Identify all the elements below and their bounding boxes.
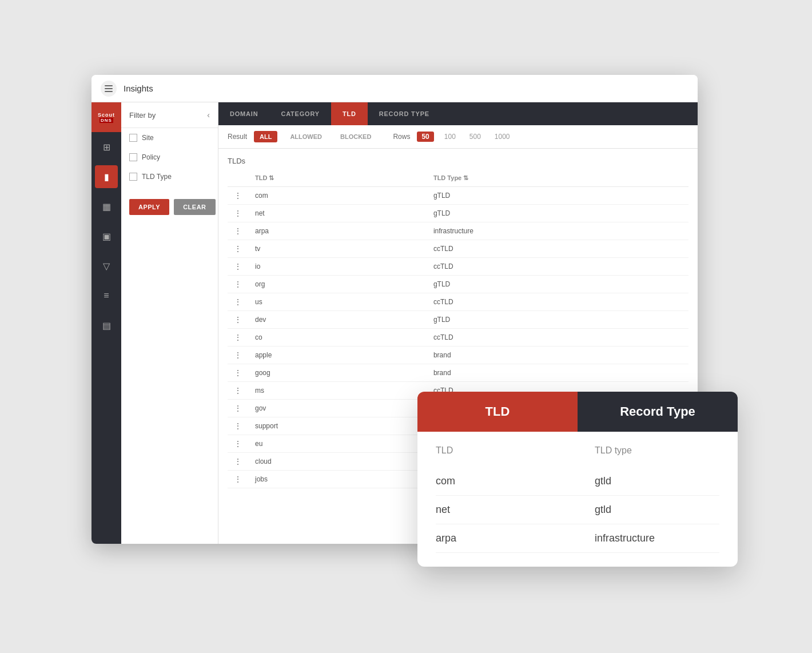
row-menu-icon[interactable]: ⋮: [228, 471, 248, 488]
filter-title: Filter by: [129, 111, 156, 120]
filter-checkbox-site[interactable]: [129, 134, 137, 142]
logo-dns: DNS: [99, 118, 113, 123]
row-menu-icon[interactable]: ⋮: [228, 222, 248, 240]
col-tld-header[interactable]: TLD ⇅: [248, 170, 427, 187]
cell-tldtype: infrastructure: [427, 222, 688, 240]
row-menu-icon[interactable]: ⋮: [228, 435, 248, 453]
row-menu-icon[interactable]: ⋮: [228, 205, 248, 222]
cell-tld: io: [248, 258, 427, 276]
table-row: ⋮ io ccTLD: [228, 258, 688, 276]
row-menu-icon[interactable]: ⋮: [228, 329, 248, 347]
filter-panel: Filter by ‹ Site Policy TLD Type: [121, 102, 218, 544]
tab-record-type[interactable]: RECORD TYPE: [368, 102, 441, 125]
cell-tldtype: gTLD: [427, 187, 688, 205]
cell-tldtype: ccTLD: [427, 293, 688, 311]
table-row: ⋮ us ccTLD: [228, 293, 688, 311]
result-btn-blocked[interactable]: BLOCKED: [335, 131, 377, 142]
tooltip-col-header-tld: TLD: [436, 445, 560, 456]
menu-icon[interactable]: [101, 81, 117, 97]
filter-collapse-button[interactable]: ‹: [207, 110, 210, 120]
cell-tldtype: ccTLD: [427, 258, 688, 276]
row-menu-icon[interactable]: ⋮: [228, 293, 248, 311]
tooltip-row: net gtld: [436, 496, 719, 524]
cell-tld: cloud: [248, 453, 427, 471]
cell-tldtype: brand: [427, 364, 688, 382]
sidebar-icon-chart[interactable]: ▮: [95, 165, 118, 188]
col-tldtype-header[interactable]: TLD Type ⇅: [427, 170, 688, 187]
sidebar-icon-list[interactable]: ≡: [95, 284, 118, 307]
result-btn-all[interactable]: ALL: [254, 131, 277, 142]
row-menu-icon[interactable]: ⋮: [228, 364, 248, 382]
sidebar-icon-layout[interactable]: ▣: [95, 225, 118, 248]
filter-item-policy: Policy: [121, 148, 218, 167]
cell-tldtype: gTLD: [427, 205, 688, 222]
row-menu-icon[interactable]: ⋮: [228, 417, 248, 435]
table-row: ⋮ net gTLD: [228, 205, 688, 222]
result-btn-allowed[interactable]: ALLOWED: [284, 131, 328, 142]
sidebar-icon-grid[interactable]: ⊞: [95, 136, 118, 158]
cell-tld: net: [248, 205, 427, 222]
cell-tld: tv: [248, 240, 427, 258]
table-row: ⋮ co ccTLD: [228, 329, 688, 347]
row-menu-icon[interactable]: ⋮: [228, 311, 248, 329]
cell-tld: arpa: [248, 222, 427, 240]
cell-tldtype: ccTLD: [427, 240, 688, 258]
cell-tld: co: [248, 329, 427, 347]
rows-btn-1000[interactable]: 1000: [491, 132, 514, 142]
title-bar: Insights: [91, 75, 698, 102]
tooltip-cell-tld: net: [436, 504, 560, 516]
row-menu-icon[interactable]: ⋮: [228, 382, 248, 400]
filter-label-tldtype: TLD Type: [142, 173, 172, 181]
table-row: ⋮ tv ccTLD: [228, 240, 688, 258]
apply-button[interactable]: APPLY: [129, 199, 169, 215]
tooltip-body: TLD TLD type com gtld net gtld arpa infr…: [417, 432, 738, 567]
tooltip-row: arpa infrastructure: [436, 524, 719, 553]
filter-header: Filter by ‹: [121, 102, 218, 128]
tooltip-card: TLD Record Type TLD TLD type com gtld ne…: [417, 392, 738, 567]
rows-btn-500[interactable]: 500: [466, 132, 484, 142]
table-row: ⋮ goog brand: [228, 364, 688, 382]
row-menu-icon[interactable]: ⋮: [228, 400, 248, 417]
tab-tld[interactable]: TLD: [331, 102, 368, 125]
cell-tldtype: ccTLD: [427, 329, 688, 347]
sidebar-icon-building[interactable]: ▦: [95, 195, 118, 218]
sidebar-icon-doc[interactable]: ▤: [95, 314, 118, 337]
tooltip-col-headers: TLD TLD type: [436, 445, 719, 456]
cell-tld: support: [248, 417, 427, 435]
tooltip-cell-tldtype: infrastructure: [595, 532, 719, 544]
filter-checkbox-tldtype[interactable]: [129, 173, 137, 181]
filter-actions: APPLY CLEAR: [121, 191, 218, 223]
cell-tld: gov: [248, 400, 427, 417]
tooltip-tabs: TLD Record Type: [417, 392, 738, 432]
sidebar: Scout DNS ⊞ ▮ ▦ ▣ ▽ ≡ ▤: [91, 102, 121, 544]
tab-category[interactable]: CATEGORY: [269, 102, 331, 125]
col-menu-spacer: [228, 170, 248, 187]
cell-tld: ms: [248, 382, 427, 400]
result-label: Result: [228, 133, 247, 141]
row-menu-icon[interactable]: ⋮: [228, 276, 248, 293]
row-menu-icon[interactable]: ⋮: [228, 347, 248, 364]
tooltip-row: com gtld: [436, 467, 719, 496]
row-menu-icon[interactable]: ⋮: [228, 453, 248, 471]
rows-btn-100[interactable]: 100: [441, 132, 459, 142]
tab-domain[interactable]: DOMAIN: [218, 102, 269, 125]
tlds-header: TLDs: [228, 149, 688, 170]
cell-tld: apple: [248, 347, 427, 364]
sidebar-logo: Scout DNS: [91, 102, 121, 132]
rows-btn-50[interactable]: 50: [417, 132, 433, 142]
tooltip-rows: com gtld net gtld arpa infrastructure: [436, 467, 719, 553]
tooltip-tab-tld[interactable]: TLD: [417, 392, 578, 432]
filter-checkbox-policy[interactable]: [129, 153, 137, 161]
row-menu-icon[interactable]: ⋮: [228, 258, 248, 276]
row-menu-icon[interactable]: ⋮: [228, 240, 248, 258]
cell-tld: dev: [248, 311, 427, 329]
sidebar-icon-filter[interactable]: ▽: [95, 254, 118, 277]
tooltip-cell-tld: arpa: [436, 532, 560, 544]
cell-tld: eu: [248, 435, 427, 453]
table-row: ⋮ org gTLD: [228, 276, 688, 293]
tooltip-tab-record-type[interactable]: Record Type: [578, 392, 738, 432]
row-menu-icon[interactable]: ⋮: [228, 187, 248, 205]
cell-tldtype: gTLD: [427, 276, 688, 293]
cell-tld: goog: [248, 364, 427, 382]
clear-button[interactable]: CLEAR: [174, 199, 215, 215]
